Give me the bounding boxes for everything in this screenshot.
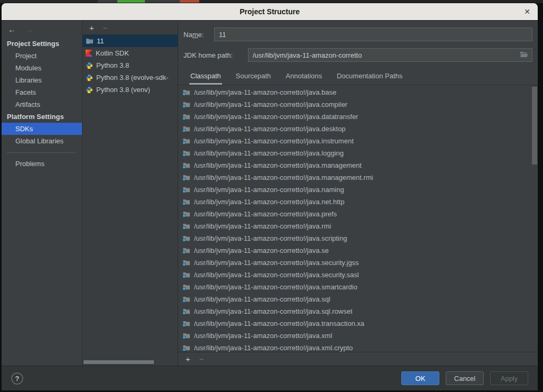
project-structure-dialog: Project Structure ✕ ← → Project Settings…	[1, 3, 538, 391]
classpath-row[interactable]: /usr/lib/jvm/java-11-amazon-corretto!/ja…	[178, 293, 538, 305]
classpath-row[interactable]: /usr/lib/jvm/java-11-amazon-corretto!/ja…	[178, 123, 538, 135]
help-button[interactable]: ?	[11, 372, 23, 385]
forward-arrow-icon[interactable]: →	[25, 25, 33, 34]
jar-folder-icon	[182, 320, 190, 327]
jar-folder-icon	[182, 283, 190, 291]
sdk-toolbar: + −	[82, 21, 178, 35]
classpath-row[interactable]: /usr/lib/jvm/java-11-amazon-corretto!/ja…	[178, 135, 538, 147]
classpath-entry-label: /usr/lib/jvm/java-11-amazon-corretto!/ja…	[194, 88, 336, 96]
jar-folder-icon	[182, 174, 190, 181]
sidebar-item-project[interactable]: Project	[2, 50, 82, 62]
classpath-row[interactable]: /usr/lib/jvm/java-11-amazon-corretto!/ja…	[178, 317, 538, 330]
classpath-row[interactable]: /usr/lib/jvm/java-11-amazon-corretto!/ja…	[178, 147, 538, 159]
add-classpath-button[interactable]: +	[186, 355, 190, 363]
classpath-row[interactable]: /usr/lib/jvm/java-11-amazon-corretto!/ja…	[178, 159, 538, 171]
jar-folder-icon	[182, 222, 190, 230]
jar-folder-icon	[182, 332, 190, 340]
sidebar-section-header: Project Settings	[2, 38, 82, 50]
cancel-button[interactable]: Cancel	[446, 371, 484, 385]
name-input[interactable]	[214, 28, 532, 41]
sidebar-item-artifacts[interactable]: Artifacts	[2, 98, 82, 111]
name-label: Name:	[183, 31, 214, 39]
python-icon	[86, 74, 93, 81]
classpath-row[interactable]: /usr/lib/jvm/java-11-amazon-corretto!/ja…	[178, 220, 538, 232]
tab-sourcepath[interactable]: Sourcepath	[235, 69, 272, 85]
classpath-row[interactable]: /usr/lib/jvm/java-11-amazon-corretto!/ja…	[178, 196, 538, 208]
classpath-row[interactable]: /usr/lib/jvm/java-11-amazon-corretto!/ja…	[178, 98, 538, 111]
dialog-footer: ? OK Cancel Apply	[2, 366, 538, 390]
sdk-item-11[interactable]: 11	[82, 35, 178, 47]
jar-folder-icon	[182, 101, 190, 108]
remove-classpath-button[interactable]: −	[199, 355, 204, 363]
classpath-entry-label: /usr/lib/jvm/java-11-amazon-corretto!/ja…	[194, 271, 359, 279]
classpath-row[interactable]: /usr/lib/jvm/java-11-amazon-corretto!/ja…	[178, 111, 538, 123]
classpath-entry-label: /usr/lib/jvm/java-11-amazon-corretto!/ja…	[194, 332, 332, 340]
classpath-entry-label: /usr/lib/jvm/java-11-amazon-corretto!/ja…	[194, 210, 337, 218]
jar-folder-icon	[182, 271, 190, 279]
classpath-row[interactable]: /usr/lib/jvm/java-11-amazon-corretto!/ja…	[178, 86, 538, 98]
classpath-row[interactable]: /usr/lib/jvm/java-11-amazon-corretto!/ja…	[178, 171, 538, 184]
classpath-row[interactable]: /usr/lib/jvm/java-11-amazon-corretto!/ja…	[178, 184, 538, 196]
tab-classpath[interactable]: Classpath	[189, 69, 222, 85]
classpath-entry-label: /usr/lib/jvm/java-11-amazon-corretto!/ja…	[194, 283, 357, 291]
vertical-scrollbar-thumb[interactable]	[532, 87, 537, 165]
sdk-item-label: Python 3.8 (venv)	[96, 86, 150, 94]
sidebar-item-libraries[interactable]: Libraries	[2, 74, 82, 86]
sdk-item-python-3-8-evolve-sdk[interactable]: Python 3.8 (evolve-sdk-	[82, 71, 178, 84]
horizontal-scrollbar-thumb[interactable]	[84, 360, 154, 364]
classpath-entry-label: /usr/lib/jvm/java-11-amazon-corretto!/ja…	[194, 247, 329, 254]
sdk-item-python-3-8[interactable]: Python 3.8	[82, 59, 178, 71]
tab-annotations[interactable]: Annotations	[284, 69, 323, 85]
classpath-row[interactable]: /usr/lib/jvm/java-11-amazon-corretto!/ja…	[178, 281, 538, 293]
classpath-row[interactable]: /usr/lib/jvm/java-11-amazon-corretto!/ja…	[178, 330, 538, 342]
jdk-home-path-label: JDK home path:	[183, 51, 248, 59]
ok-button[interactable]: OK	[401, 371, 439, 385]
sidebar-item-facets[interactable]: Facets	[2, 86, 82, 98]
classpath-row[interactable]: /usr/lib/jvm/java-11-amazon-corretto!/ja…	[178, 244, 538, 257]
sdk-item-label: 11	[97, 37, 104, 45]
tab-documentation-paths[interactable]: Documentation Paths	[336, 69, 403, 85]
jar-folder-icon	[182, 307, 190, 315]
jar-folder-icon	[182, 198, 190, 206]
classpath-entry-label: /usr/lib/jvm/java-11-amazon-corretto!/ja…	[194, 137, 354, 145]
back-arrow-icon[interactable]: ←	[8, 25, 16, 34]
jar-folder-icon	[182, 125, 190, 133]
jar-folder-icon	[182, 259, 190, 267]
sidebar-item-global-libraries[interactable]: Global Libraries	[2, 135, 82, 147]
sdk-item-kotlin-sdk[interactable]: Kotlin SDK	[82, 47, 178, 59]
classpath-entry-label: /usr/lib/jvm/java-11-amazon-corretto!/ja…	[194, 259, 359, 267]
classpath-list: /usr/lib/jvm/java-11-amazon-corretto!/ja…	[178, 85, 538, 352]
close-icon[interactable]: ✕	[524, 8, 530, 15]
jar-folder-icon	[182, 210, 190, 218]
classpath-row[interactable]: /usr/lib/jvm/java-11-amazon-corretto!/ja…	[178, 232, 538, 244]
sdk-item-label: Python 3.8	[96, 61, 129, 69]
dialog-title: Project Structure	[240, 7, 300, 16]
classpath-row[interactable]: /usr/lib/jvm/java-11-amazon-corretto!/ja…	[178, 208, 538, 220]
add-sdk-button[interactable]: +	[89, 24, 94, 32]
classpath-entry-label: /usr/lib/jvm/java-11-amazon-corretto!/ja…	[194, 113, 358, 121]
jar-folder-icon	[182, 247, 190, 254]
apply-button[interactable]: Apply	[490, 371, 528, 385]
browse-folder-button[interactable]	[520, 51, 529, 60]
sidebar-list: Project SettingsProjectModulesLibrariesF…	[2, 38, 82, 147]
sidebar-item-modules[interactable]: Modules	[2, 62, 82, 74]
python-icon	[86, 86, 93, 94]
classpath-row[interactable]: /usr/lib/jvm/java-11-amazon-corretto!/ja…	[178, 305, 538, 317]
sdk-item-python-3-8-venv[interactable]: Python 3.8 (venv)	[82, 84, 178, 96]
sdk-details-panel: Name: JDK home path: ClasspathSourcepath…	[178, 21, 538, 366]
jdk-icon	[86, 37, 94, 45]
classpath-entry-label: /usr/lib/jvm/java-11-amazon-corretto!/ja…	[194, 186, 344, 194]
classpath-entry-label: /usr/lib/jvm/java-11-amazon-corretto!/ja…	[194, 198, 344, 206]
classpath-entry-label: /usr/lib/jvm/java-11-amazon-corretto!/ja…	[194, 125, 346, 133]
jdk-home-path-input[interactable]	[248, 48, 532, 62]
remove-sdk-button[interactable]: −	[103, 24, 108, 32]
classpath-row[interactable]: /usr/lib/jvm/java-11-amazon-corretto!/ja…	[178, 257, 538, 269]
sidebar-item-problems[interactable]: Problems	[2, 158, 82, 170]
classpath-row[interactable]: /usr/lib/jvm/java-11-amazon-corretto!/ja…	[178, 342, 538, 352]
sdk-item-label: Python 3.8 (evolve-sdk-	[96, 74, 169, 81]
classpath-entry-label: /usr/lib/jvm/java-11-amazon-corretto!/ja…	[194, 101, 347, 108]
settings-sidebar: ← → Project SettingsProjectModulesLibrar…	[2, 21, 82, 366]
classpath-entry-label: /usr/lib/jvm/java-11-amazon-corretto!/ja…	[194, 320, 364, 327]
classpath-row[interactable]: /usr/lib/jvm/java-11-amazon-corretto!/ja…	[178, 269, 538, 281]
sidebar-item-sdks[interactable]: SDKs	[2, 123, 82, 135]
